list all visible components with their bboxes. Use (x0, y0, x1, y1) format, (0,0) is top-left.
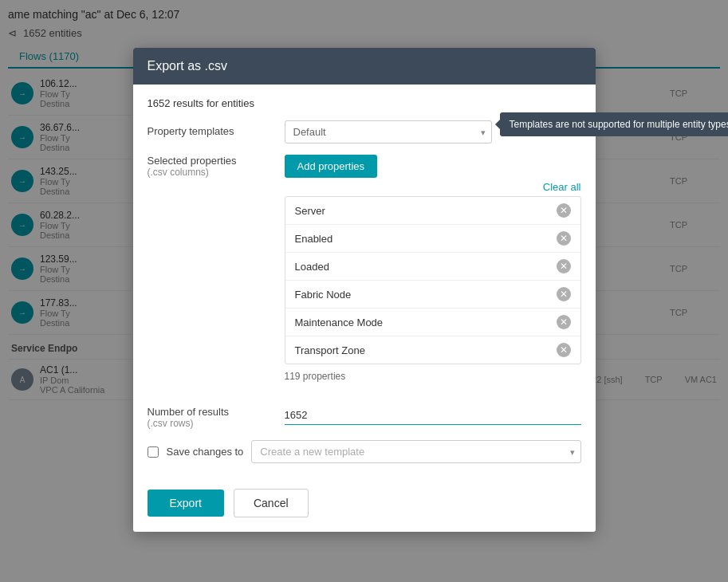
property-templates-label: Property templates (148, 120, 275, 137)
clear-all-link[interactable]: Clear all (543, 181, 581, 193)
properties-header: Clear all (285, 181, 581, 193)
properties-count: 119 properties (285, 371, 581, 382)
property-item-loaded: Loaded ✕ (285, 253, 580, 281)
remove-server-button[interactable]: ✕ (557, 203, 571, 218)
selected-properties-label: Selected properties (148, 155, 275, 167)
property-item-fabric-node: Fabric Node ✕ (285, 281, 580, 309)
modal-overlay: Export as .csv 1652 results for entities… (0, 0, 728, 582)
property-name-enabled: Enabled (295, 233, 333, 245)
save-changes-checkbox[interactable] (148, 446, 159, 458)
modal-footer: Export Cancel (133, 489, 596, 532)
property-item-enabled: Enabled ✕ (285, 225, 580, 253)
remove-maintenance-mode-button[interactable]: ✕ (557, 315, 571, 329)
property-item-maintenance-mode: Maintenance Mode ✕ (285, 309, 580, 336)
results-text: 1652 results for entities (148, 97, 581, 109)
remove-enabled-button[interactable]: ✕ (557, 231, 571, 246)
number-of-results-control (285, 406, 581, 425)
tooltip-text: Templates are not supported for multiple… (510, 119, 729, 130)
export-modal: Export as .csv 1652 results for entities… (133, 48, 596, 532)
modal-body: 1652 results for entities Property templ… (133, 85, 596, 489)
remove-fabric-node-button[interactable]: ✕ (557, 287, 571, 301)
number-of-results-sub: (.csv rows) (148, 418, 275, 429)
property-item-transport-zone: Transport Zone ✕ (285, 336, 580, 364)
modal-header: Export as .csv (133, 48, 596, 85)
selected-properties-control: Add properties Clear all Server ✕ Enabl (285, 155, 581, 395)
property-name-maintenance-mode: Maintenance Mode (295, 317, 384, 328)
template-select-wrapper[interactable]: Default ▾ (285, 120, 492, 144)
export-button[interactable]: Export (148, 490, 224, 517)
property-item-server: Server ✕ (285, 197, 580, 225)
modal-title: Export as .csv (148, 59, 227, 73)
save-changes-label: Save changes to (167, 446, 244, 458)
add-properties-area: Add properties (285, 155, 581, 178)
selected-properties-row: Selected properties (.csv columns) Add p… (148, 155, 581, 395)
tooltip: Templates are not supported for multiple… (500, 112, 729, 136)
template-select[interactable]: Default (285, 120, 492, 144)
property-name-fabric-node: Fabric Node (295, 289, 352, 301)
remove-transport-zone-button[interactable]: ✕ (557, 343, 571, 357)
save-changes-row: Save changes to Create a new template ▾ (148, 440, 581, 463)
number-of-results-label: Number of results (148, 406, 275, 418)
cancel-button[interactable]: Cancel (234, 489, 309, 517)
property-name-server: Server (295, 205, 325, 217)
property-templates-row: Property templates Default ▾ Templates a… (148, 120, 581, 144)
remove-loaded-button[interactable]: ✕ (557, 259, 571, 273)
property-templates-control: Default ▾ Templates are not supported fo… (285, 120, 581, 144)
add-properties-button[interactable]: Add properties (285, 155, 378, 178)
create-template-select[interactable]: Create a new template (251, 440, 580, 463)
number-of-results-row: Number of results (.csv rows) (148, 406, 581, 429)
create-template-wrapper[interactable]: Create a new template ▾ (251, 440, 580, 463)
selected-properties-sub: (.csv columns) (148, 167, 275, 178)
number-of-results-input[interactable] (285, 406, 581, 425)
property-name-transport-zone: Transport Zone (295, 344, 365, 356)
property-name-loaded: Loaded (295, 261, 329, 273)
properties-list: Server ✕ Enabled ✕ Loaded ✕ Fabric Nod (285, 196, 581, 364)
